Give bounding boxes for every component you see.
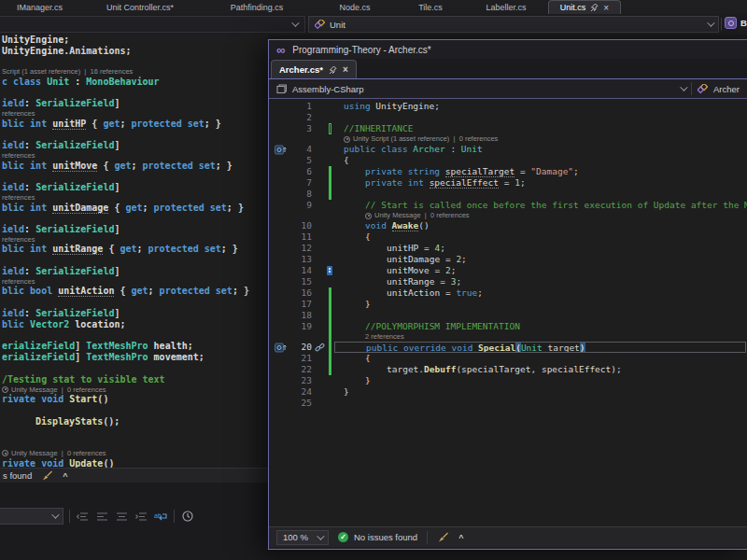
line-number: 24 <box>291 386 312 398</box>
tab-unit-controller-cs-[interactable]: Unit Controller.cs* <box>79 0 201 14</box>
link-icon[interactable] <box>315 343 325 353</box>
codelens-line: references <box>0 109 268 119</box>
pin-icon[interactable] <box>329 65 337 75</box>
codelens-line: references <box>0 151 268 161</box>
line-number: 23 <box>291 375 312 386</box>
code-line: 10void Awake() <box>269 220 747 231</box>
codelens-line: references <box>0 193 268 203</box>
code-editor-archer-cs[interactable]: 1using UnityEngine;23//INHERITANCEUnity … <box>269 99 747 526</box>
code-line: 3//INHERITANCE <box>269 123 747 134</box>
pin-icon[interactable] <box>590 3 599 12</box>
tab-imanager-cs[interactable]: IManager.cs <box>0 0 79 14</box>
code-line: erializeField] TextMeshPro movement; <box>0 352 268 363</box>
change-bar <box>329 342 331 353</box>
code-line: blic Vector2 location; <box>0 319 268 330</box>
code-line <box>0 297 268 308</box>
code-line: ield: SerializeField] <box>0 224 268 235</box>
code-line <box>0 363 268 374</box>
outdent-lines-icon[interactable] <box>76 511 90 523</box>
issues-text: No issues found <box>354 532 417 542</box>
line-number: 8 <box>291 189 312 200</box>
codelens-line: Script (1 asset reference) | 16 referenc… <box>0 67 268 77</box>
tab-label: Pathfinding.cs <box>231 3 284 12</box>
chevron-down-icon <box>707 19 714 26</box>
project-dropdown[interactable] <box>0 16 305 33</box>
expand-caret-icon[interactable]: ^ <box>458 533 463 542</box>
zoom-level-dropdown[interactable]: 100 % <box>276 530 329 545</box>
inheritance-margin-icon[interactable] <box>275 145 287 155</box>
change-bar <box>329 364 331 375</box>
background-bottom-panel: ab <box>0 483 268 560</box>
code-cleanup-broom-icon[interactable] <box>41 470 53 482</box>
history-clock-icon[interactable] <box>180 511 194 523</box>
panel-toolbar: ab <box>0 507 268 525</box>
tab-label: Archer.cs* <box>279 64 323 75</box>
change-bar <box>329 332 331 342</box>
divider <box>174 510 175 523</box>
code-line: 5{ <box>269 155 747 166</box>
line-number: 16 <box>291 287 312 299</box>
tab-pathfinding-cs[interactable]: Pathfinding.cs <box>201 0 313 14</box>
codelens-line: references <box>0 235 268 245</box>
panel-dropdown[interactable] <box>0 508 63 525</box>
issues-text: s found <box>3 470 32 481</box>
line-number: 2 <box>291 112 312 123</box>
code-line: 7private int specialEffect = 1; <box>269 177 747 189</box>
code-line: ield: SerializeField] <box>0 182 268 193</box>
line-number: 20 <box>291 342 312 353</box>
code-line: 21{ <box>269 353 747 364</box>
unity-build-button[interactable]: Bu <box>725 17 747 29</box>
floating-window-titlebar[interactable]: ∞ Programming-Theory - Archer.cs* <box>269 40 747 59</box>
code-line: rivate void Start() <box>0 394 268 405</box>
chevron-down-icon[interactable] <box>680 83 687 91</box>
tab-label: Unit Controller.cs* <box>106 3 174 12</box>
close-icon[interactable]: × <box>343 64 348 75</box>
tab-unit-cs[interactable]: Unit.cs× <box>548 0 621 14</box>
code-line: 19//POLYMORPHISM IMPLEMENTATION <box>269 321 747 332</box>
align-center-icon[interactable] <box>115 511 129 523</box>
change-bar <box>329 189 331 200</box>
rename-refactor-icon[interactable]: ab <box>154 511 168 523</box>
tab-label: IManager.cs <box>17 3 63 12</box>
class-dropdown-label[interactable]: Archer <box>713 84 740 94</box>
line-number: 7 <box>291 177 312 189</box>
expand-caret-icon[interactable]: ^ <box>63 471 67 481</box>
tab-tile-cs[interactable]: Tile.cs <box>397 0 464 14</box>
codelens-line: Unity Message | 0 references <box>269 211 747 220</box>
class-dropdown[interactable]: Unit <box>308 16 719 33</box>
divider <box>691 82 692 95</box>
codelens-line: 2 references <box>269 332 747 342</box>
tab-label: Unit.cs <box>560 3 586 12</box>
tab-labeller-cs[interactable]: Labeller.cs <box>464 0 548 14</box>
zoom-level-value: 100 % <box>283 532 308 542</box>
visual-studio-logo-icon: ∞ <box>276 44 285 56</box>
change-bar <box>329 310 331 321</box>
line-number: 10 <box>291 220 312 231</box>
code-line: 12unitHP = 4; <box>269 243 747 254</box>
background-editor-unit-cs[interactable]: UnityEngine;UnityEngine.Animations;Scrip… <box>0 35 268 468</box>
code-line: ield: SerializeField] <box>0 140 268 151</box>
code-line: ield: SerializeField] <box>0 266 268 277</box>
code-line <box>0 330 268 342</box>
code-cleanup-broom-icon[interactable] <box>437 532 449 543</box>
code-line <box>0 130 268 141</box>
code-line <box>0 438 268 449</box>
code-line <box>0 171 268 182</box>
divider <box>721 18 722 31</box>
line-number <box>291 134 312 144</box>
unity-lens-icon <box>2 386 8 393</box>
line-number: 22 <box>291 364 312 375</box>
code-line: 23} <box>269 375 747 386</box>
code-line: DisplayStats(); <box>0 416 268 427</box>
indent-lines-icon[interactable] <box>134 511 148 523</box>
tab-label: Tile.cs <box>418 3 443 12</box>
document-tab-bar: IManager.csUnit Controller.cs*Pathfindin… <box>0 0 747 14</box>
align-left-icon[interactable] <box>95 511 109 523</box>
inheritance-margin-icon[interactable] <box>275 343 287 353</box>
close-icon[interactable]: × <box>603 3 609 13</box>
code-line: 1using UnityEngine; <box>269 101 747 112</box>
tab-archer-cs[interactable]: Archer.cs* × <box>271 60 357 78</box>
tab-node-cs[interactable]: Node.cs <box>313 0 397 14</box>
project-dropdown-label[interactable]: Assembly-CSharp <box>292 84 364 94</box>
divider <box>69 510 70 523</box>
